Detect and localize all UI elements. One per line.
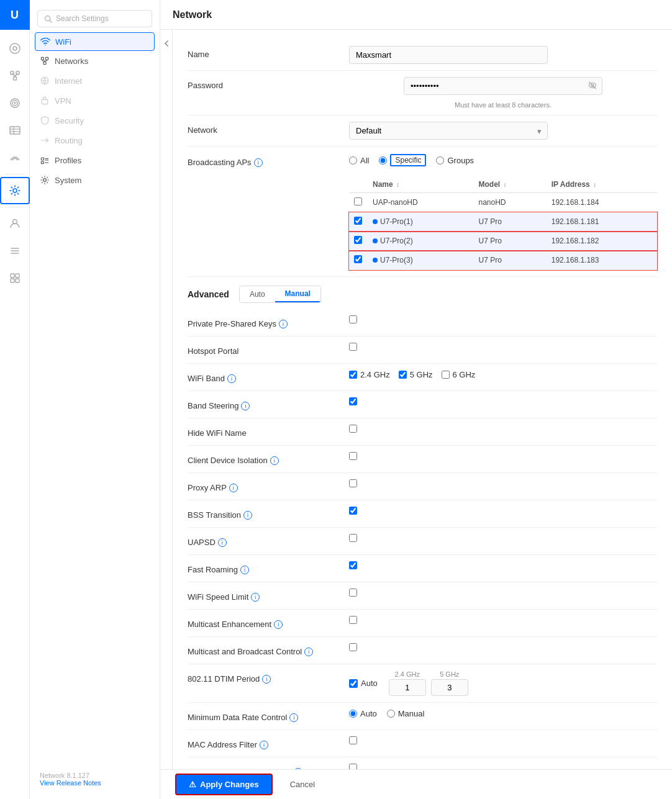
multicast-enhancement-label: Multicast Enhancement i [188, 616, 349, 629]
uapsd-checkbox[interactable] [349, 534, 357, 542]
tab-auto[interactable]: Auto [240, 286, 275, 302]
target-nav-icon[interactable] [0, 89, 30, 117]
ap-col-ip: IP Address ↕ [547, 176, 657, 193]
mac-address-filter-info-icon[interactable]: i [260, 741, 268, 749]
svg-rect-38 [41, 161, 43, 163]
bss-transition-checkbox[interactable] [349, 507, 357, 515]
dtim-auto-checkbox[interactable] [349, 679, 358, 688]
min-data-rate-manual[interactable]: Manual [387, 709, 425, 718]
client-device-isolation-checkbox[interactable] [349, 452, 357, 460]
svg-point-26 [45, 45, 46, 46]
advanced-label: Advanced [188, 289, 229, 299]
dashboard-nav-icon[interactable] [0, 35, 30, 62]
security-icon [40, 115, 50, 125]
sidebar-version-area: Network 8.1.127 View Release Notes [30, 764, 160, 794]
multicast-broadcast-info-icon[interactable]: i [304, 648, 313, 656]
multicast-broadcast-value [349, 643, 657, 651]
band-24ghz[interactable]: 2.4 GHz [349, 370, 390, 379]
dtim-group: Auto 2.4 GHz 5 GHz [349, 670, 468, 696]
network-select[interactable]: Default [349, 122, 548, 140]
ap-checkbox-0[interactable] [354, 197, 362, 205]
ap-checkbox-2[interactable] [354, 236, 362, 244]
proxy-arp-checkbox[interactable] [349, 479, 357, 487]
cancel-button[interactable]: Cancel [280, 775, 325, 794]
table-nav-icon[interactable] [0, 117, 30, 144]
sidebar-item-wifi[interactable]: WiFi [35, 32, 155, 51]
tab-manual[interactable]: Manual [275, 286, 320, 302]
private-psk-checkbox[interactable] [349, 315, 357, 323]
bss-transition-row: BSS Transition i [188, 500, 657, 528]
dtim-period-info-icon[interactable]: i [262, 675, 271, 684]
band-5ghz-checkbox[interactable] [399, 371, 407, 379]
person-nav-icon[interactable] [0, 210, 30, 237]
sidebar-item-system[interactable]: System [30, 170, 160, 190]
ap-checkbox-1[interactable] [354, 217, 362, 225]
band-steering-info-icon[interactable]: i [241, 402, 250, 410]
icon-bar: U [0, 0, 30, 799]
radio-all[interactable]: All [349, 156, 369, 165]
wifi-speed-limit-info-icon[interactable]: i [251, 593, 260, 602]
settings-nav-icon[interactable] [0, 177, 30, 204]
svg-point-10 [14, 102, 16, 104]
ap-checkbox-3[interactable] [354, 255, 362, 263]
search-box[interactable]: Search Settings [37, 10, 152, 27]
wifi-band-row: WiFi Band i 2.4 GHz 5 GHz [188, 364, 657, 391]
network-row: Network Default [188, 115, 657, 147]
band-24ghz-checkbox[interactable] [349, 371, 357, 379]
min-data-rate-auto[interactable]: Auto [349, 709, 377, 718]
hotspot-portal-checkbox[interactable] [349, 343, 357, 351]
proxy-arp-info-icon[interactable]: i [229, 484, 238, 492]
client-device-isolation-row: Client Device Isolation i [188, 446, 657, 473]
client-device-isolation-info-icon[interactable]: i [270, 456, 279, 465]
password-eye-icon[interactable] [588, 80, 597, 92]
dtim-auto[interactable]: Auto [349, 679, 378, 688]
topology-nav-icon[interactable] [0, 62, 30, 89]
radio-groups[interactable]: Groups [436, 156, 474, 165]
apply-changes-button[interactable]: ⚠ Apply Changes [175, 774, 273, 795]
password-input[interactable] [404, 77, 602, 95]
signal-nav-icon[interactable] [0, 144, 30, 171]
band-5ghz[interactable]: 5 GHz [399, 370, 433, 379]
dtim-period-label: 802.11 DTIM Period i [188, 670, 349, 684]
radio-specific[interactable]: Specific [379, 154, 426, 166]
hide-wifi-name-checkbox[interactable] [349, 425, 357, 433]
fast-roaming-info-icon[interactable]: i [240, 566, 249, 574]
content-area: Name Password Mus [160, 30, 672, 769]
hide-wifi-name-label: Hide WiFi Name [188, 425, 349, 438]
band-6ghz-checkbox[interactable] [442, 371, 450, 379]
sidebar-item-networks[interactable]: Networks [30, 51, 160, 71]
broadcasting-aps-info-icon[interactable]: i [254, 158, 263, 167]
dtim-5-input[interactable] [431, 679, 468, 696]
multicast-broadcast-checkbox[interactable] [349, 643, 357, 651]
fast-roaming-checkbox[interactable] [349, 561, 357, 569]
hide-wifi-name-row: Hide WiFi Name [188, 418, 657, 446]
name-input[interactable] [349, 46, 548, 64]
radius-mac-checkbox[interactable] [349, 764, 357, 769]
band-steering-value [349, 397, 657, 405]
dtim-period-row: 802.11 DTIM Period i Auto 2.4 GHz [188, 664, 657, 703]
band-steering-checkbox[interactable] [349, 397, 357, 405]
sidebar-release-notes[interactable]: View Release Notes [40, 779, 101, 787]
min-data-rate-info-icon[interactable]: i [289, 713, 298, 722]
dtim-24-input[interactable] [389, 679, 426, 696]
uapsd-info-icon[interactable]: i [218, 538, 227, 547]
collapse-button[interactable] [160, 30, 173, 769]
sidebar-version: Network 8.1.127 [40, 772, 150, 779]
sidebar-item-profiles[interactable]: Profiles [30, 150, 160, 170]
multicast-enhancement-checkbox[interactable] [349, 616, 357, 624]
client-device-isolation-value [349, 452, 657, 460]
band-6ghz[interactable]: 6 GHz [442, 370, 476, 379]
hotspot-portal-row: Hotspot Portal [188, 336, 657, 364]
table-row: U7-Pro(3) U7 Pro 192.168.1.183 [349, 251, 657, 270]
uapsd-row: UAPSD i [188, 528, 657, 555]
private-psk-info-icon[interactable]: i [279, 320, 288, 328]
bss-transition-info-icon[interactable]: i [243, 511, 252, 520]
list-nav-icon[interactable] [0, 237, 30, 264]
wifi-band-info-icon[interactable]: i [227, 374, 236, 383]
private-psk-value [349, 315, 657, 323]
multicast-enhancement-info-icon[interactable]: i [274, 620, 283, 629]
bottom-bar: ⚠ Apply Changes Cancel [160, 769, 672, 799]
mac-address-filter-checkbox[interactable] [349, 736, 357, 744]
grid-nav-icon[interactable] [0, 264, 30, 292]
wifi-speed-limit-checkbox[interactable] [349, 589, 357, 597]
